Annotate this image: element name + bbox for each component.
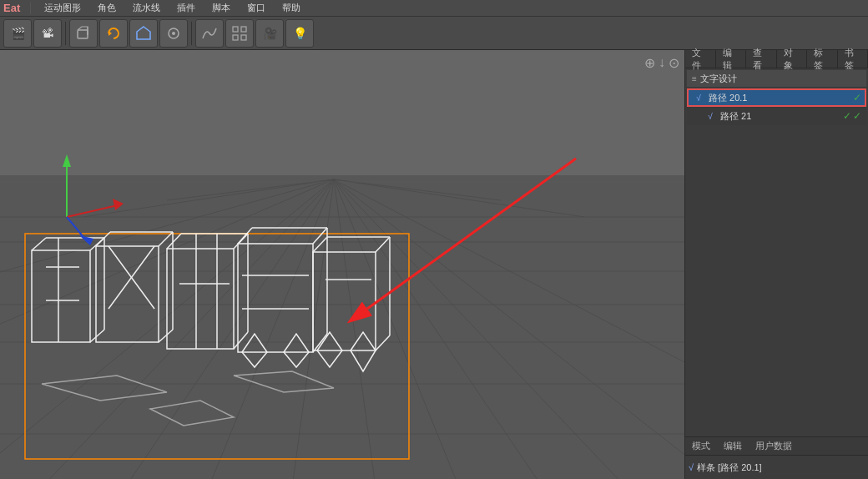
grid-background bbox=[0, 50, 684, 479]
object-icon-path201: √ bbox=[692, 91, 705, 104]
down-control[interactable]: ↓ bbox=[659, 55, 665, 71]
spline-bottom-icon: √ bbox=[689, 462, 694, 472]
object-label-path21: 路径 21 bbox=[720, 110, 841, 123]
svg-rect-6 bbox=[233, 27, 238, 32]
object-check1-path21: ✓ bbox=[843, 110, 851, 122]
toolbar-separator-2 bbox=[191, 22, 192, 45]
sidebar-tab-file[interactable]: 文件 bbox=[685, 50, 716, 68]
sidebar-bottom-tab-mode[interactable]: 模式 bbox=[685, 437, 717, 455]
sidebar-tab-bookmark[interactable]: 书签 bbox=[838, 50, 869, 68]
svg-rect-8 bbox=[233, 35, 238, 40]
svg-rect-7 bbox=[241, 27, 246, 32]
svg-marker-3 bbox=[137, 27, 150, 39]
object-item-path21[interactable]: √ 路径 21 ✓ ✓ bbox=[687, 107, 866, 125]
menu-item-window[interactable]: 窗口 bbox=[244, 0, 269, 16]
sidebar-bottom: 模式 编辑 用户数据 √ 样条 [路径 20.1] bbox=[685, 436, 868, 479]
spline-bottom-label: 样条 [路径 20.1] bbox=[697, 461, 762, 474]
svg-rect-9 bbox=[241, 35, 246, 40]
object-icon-path21: √ bbox=[704, 109, 717, 123]
cube-button[interactable] bbox=[69, 19, 98, 48]
view-control[interactable]: ⊙ bbox=[669, 55, 679, 71]
sidebar-tabs: 文件 编辑 查看 对象 标签 书签 bbox=[685, 50, 868, 68]
move-control[interactable]: ⊕ bbox=[644, 55, 655, 71]
video-button[interactable]: 🎥 bbox=[255, 19, 284, 48]
menu-item-plugin[interactable]: 插件 bbox=[174, 0, 199, 16]
menu-item-motion[interactable]: 运动图形 bbox=[41, 0, 84, 16]
grid-button[interactable] bbox=[225, 19, 254, 48]
svg-point-5 bbox=[172, 32, 175, 35]
rotate-button[interactable] bbox=[99, 19, 128, 48]
camera-button[interactable]: 📽 bbox=[33, 19, 62, 48]
menu-item-character[interactable]: 角色 bbox=[94, 0, 119, 16]
object-check1-path201: ✓ bbox=[853, 92, 861, 103]
menu-item-script[interactable]: 脚本 bbox=[209, 0, 234, 16]
sidebar-bottom-tab-edit[interactable]: 编辑 bbox=[717, 437, 749, 455]
menu-item-pipeline[interactable]: 流水线 bbox=[129, 0, 164, 16]
svg-rect-11 bbox=[0, 175, 684, 479]
panel-title: 文字设计 bbox=[700, 73, 737, 85]
menu-bar: Eat 运动图形 角色 流水线 插件 脚本 窗口 帮助 bbox=[0, 0, 868, 17]
panel-icon: ≡ bbox=[692, 74, 697, 83]
panel-header: ≡ 文字设计 bbox=[687, 70, 866, 87]
film-button[interactable]: 🎬 bbox=[3, 19, 32, 48]
sidebar-tab-edit[interactable]: 编辑 bbox=[716, 50, 747, 68]
toolbar-separator-1 bbox=[65, 22, 66, 45]
sidebar-tab-tag[interactable]: 标签 bbox=[807, 50, 838, 68]
light-button[interactable]: 💡 bbox=[285, 19, 314, 48]
material-button[interactable] bbox=[159, 19, 188, 48]
sidebar: 文件 编辑 查看 对象 标签 书签 ≡ 文字设计 √ 路径 20.1 ✓ bbox=[684, 50, 868, 479]
toolbar: 🎬 📽 bbox=[0, 17, 868, 50]
svg-marker-2 bbox=[108, 31, 112, 36]
menu-item-help[interactable]: 帮助 bbox=[279, 0, 304, 16]
sidebar-bottom-tabs: 模式 编辑 用户数据 bbox=[685, 437, 868, 456]
object-list: √ 路径 20.1 ✓ √ 路径 21 ✓ ✓ bbox=[687, 88, 866, 125]
object-button[interactable] bbox=[129, 19, 158, 48]
object-check2-path21: ✓ bbox=[853, 110, 861, 122]
menu-item-logo: Eat bbox=[3, 2, 20, 14]
object-panel: ≡ 文字设计 √ 路径 20.1 ✓ √ 路径 21 ✓ ✓ bbox=[685, 68, 868, 436]
viewport-controls: ⊕ ↓ ⊙ bbox=[644, 55, 679, 71]
main-area: ⊕ ↓ ⊙ 文件 编辑 查看 对象 标签 书签 ≡ 文字设计 √ 路径 bbox=[0, 50, 868, 479]
svg-rect-0 bbox=[78, 30, 88, 38]
viewport[interactable]: ⊕ ↓ ⊙ bbox=[0, 50, 684, 479]
object-label-path201: 路径 20.1 bbox=[709, 92, 851, 104]
sidebar-tab-object[interactable]: 对象 bbox=[777, 50, 808, 68]
object-item-path201[interactable]: √ 路径 20.1 ✓ bbox=[687, 88, 866, 107]
sidebar-bottom-tab-userdata[interactable]: 用户数据 bbox=[749, 437, 799, 455]
sidebar-tab-view[interactable]: 查看 bbox=[746, 50, 777, 68]
sidebar-bottom-content: √ 样条 [路径 20.1] bbox=[685, 456, 868, 479]
spline-button[interactable] bbox=[195, 19, 224, 48]
